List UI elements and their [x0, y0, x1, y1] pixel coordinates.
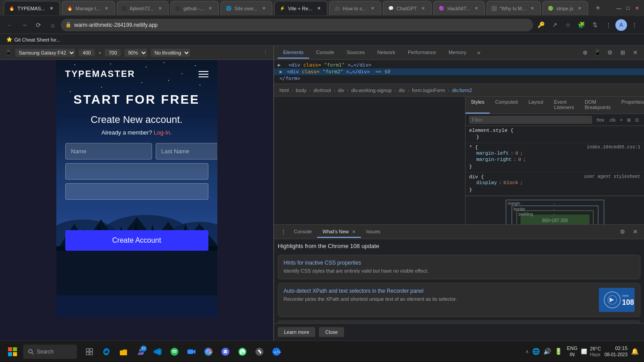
weather-widget[interactable]: 🌫️ 26°C Haze: [581, 345, 601, 358]
breadcrumb-loginform[interactable]: form.loginForm: [410, 87, 447, 94]
phone-icon[interactable]: [252, 345, 267, 359]
new-tab-button[interactable]: +: [592, 2, 604, 14]
tab-manage[interactable]: 🔥 Manage t... ✕: [62, 1, 115, 15]
maximize-button[interactable]: □: [624, 4, 631, 12]
zoom-icon[interactable]: [184, 345, 199, 359]
update-card-2[interactable]: Auto-detect XPath and text selectors in …: [278, 283, 640, 317]
html-line-form-close[interactable]: </form>: [274, 75, 644, 82]
height-input[interactable]: [105, 49, 121, 56]
tab-hacknit[interactable]: 🟣 HackNIT... ✕: [433, 1, 485, 15]
hidden-icons-btn[interactable]: ∧: [525, 349, 529, 354]
style-tab-properties[interactable]: Properties: [616, 97, 644, 114]
bottom-panel-close[interactable]: ✕: [630, 227, 640, 237]
style-tab-styles[interactable]: Styles: [466, 97, 490, 114]
language-indicator[interactable]: ENG IN: [567, 345, 577, 358]
more-menu-icon[interactable]: ⋮: [602, 19, 614, 31]
taskview-icon[interactable]: [82, 345, 97, 359]
more-button[interactable]: ⋮: [628, 19, 640, 31]
tab-close-8[interactable]: ✕: [419, 5, 427, 12]
tab-close-10[interactable]: ✕: [529, 5, 536, 12]
pseudo-shadow-btn[interactable]: ⊡: [633, 117, 640, 123]
profile-avatar[interactable]: A: [615, 19, 627, 31]
whatsapp-icon[interactable]: [235, 345, 250, 359]
devtools-tab-performance[interactable]: Performance: [402, 47, 441, 59]
tab-close-2[interactable]: ✕: [103, 5, 110, 12]
address-bar[interactable]: 🔒 warm-arithmetic-284199.netlify.app: [61, 19, 533, 31]
tab-whyis[interactable]: "Why Is M... ✕: [487, 1, 541, 15]
vscode-icon[interactable]: [150, 345, 165, 359]
minimize-button[interactable]: —: [615, 4, 623, 12]
tab-vite[interactable]: ⚡ Vite + Re... ✕: [274, 1, 327, 15]
edge-icon[interactable]: [99, 345, 114, 359]
zoom-selector[interactable]: 90%: [124, 49, 147, 57]
start-button[interactable]: [5, 345, 20, 359]
devtools-more-tabs[interactable]: »: [474, 47, 484, 58]
teams-icon[interactable]: 52: [133, 345, 148, 359]
bottom-panel-more[interactable]: ⋮: [278, 227, 288, 237]
devtools-inspect-icon[interactable]: ⊕: [580, 47, 590, 58]
notifications-icon[interactable]: 🔔: [631, 348, 639, 355]
network-icon[interactable]: 🌐: [532, 348, 540, 355]
profile-sync-icon[interactable]: ⇅: [589, 19, 601, 31]
devtools-dock-icon[interactable]: ⊞: [617, 47, 628, 58]
dismiss-button[interactable]: Close: [319, 327, 344, 337]
password-input[interactable]: [65, 183, 208, 200]
whatsnew-tab-close[interactable]: ✕: [352, 229, 356, 234]
tab-close-4[interactable]: ✕: [207, 5, 214, 12]
email-input[interactable]: [65, 163, 208, 180]
devtools-tab-network[interactable]: Network: [372, 47, 401, 59]
tab-howto[interactable]: 🎥 How to s... ✕: [329, 1, 381, 15]
bookmark-git[interactable]: ⭐ Git Cheat Sheet for...: [4, 36, 63, 43]
spotify-icon[interactable]: [167, 345, 182, 359]
tab-close-5[interactable]: ✕: [260, 5, 267, 12]
chrome-taskbar-icon[interactable]: [201, 345, 216, 359]
html-line-form2[interactable]: ▶ <div class= "form2" >…</div> == $0: [274, 68, 644, 75]
back-button[interactable]: ←: [4, 19, 16, 31]
update-card-1[interactable]: Hints for inactive CSS properties Identi…: [278, 255, 640, 279]
css-filter-input[interactable]: [469, 116, 592, 124]
hamburger-menu[interactable]: [199, 71, 208, 77]
close-button[interactable]: ✕: [633, 4, 640, 12]
reload-button[interactable]: ⟳: [32, 19, 45, 31]
devtools-tab-elements[interactable]: Elements: [278, 47, 309, 59]
tab-typemaster-1[interactable]: 🔥 TYPEMAS... ✕: [4, 1, 60, 15]
pseudo-cls-btn[interactable]: .cls: [607, 117, 617, 123]
pseudo-more-btn[interactable]: ⊞: [625, 117, 632, 123]
breadcrumb-div-root[interactable]: div#root: [312, 87, 333, 94]
file-explorer-icon[interactable]: [116, 345, 131, 359]
devtools-tab-console[interactable]: Console: [311, 47, 339, 59]
breadcrumb-html[interactable]: html: [278, 87, 291, 94]
width-input[interactable]: [79, 49, 95, 56]
style-tab-dom-breakpoints[interactable]: DOM Breakpoints: [579, 97, 616, 114]
devtools-taskbar-icon[interactable]: </>: [269, 345, 284, 359]
tab-close-3[interactable]: ✕: [157, 5, 164, 12]
tab-github[interactable]: github -... ✕: [170, 1, 219, 15]
bottom-tab-console[interactable]: Console: [288, 226, 317, 238]
tab-chatgpt[interactable]: 💬 ChatGPT ✕: [383, 1, 432, 15]
last-name-input[interactable]: [156, 143, 217, 160]
tab-ajitesh[interactable]: Ajitesh72... ✕: [117, 1, 169, 15]
bookmark-icon[interactable]: ☆: [562, 19, 574, 31]
devtools-tab-sources[interactable]: Sources: [341, 47, 370, 59]
devtools-tab-memory[interactable]: Memory: [443, 47, 472, 59]
first-name-input[interactable]: [65, 143, 152, 160]
style-tab-computed[interactable]: Computed: [490, 97, 523, 114]
bottom-panel-settings[interactable]: ⚙: [617, 227, 628, 237]
taskbar-search[interactable]: Search: [23, 345, 77, 359]
extensions-icon[interactable]: 🧩: [575, 19, 588, 31]
forward-button[interactable]: →: [18, 19, 30, 31]
breadcrumb-working-signup[interactable]: div.working-signup: [350, 87, 394, 94]
breadcrumb-form2[interactable]: div.form2: [450, 87, 474, 94]
device-selector[interactable]: Samsung Galaxy F42: [15, 49, 75, 57]
tab-close-7[interactable]: ✕: [369, 5, 376, 12]
throttle-selector[interactable]: No throttling: [151, 49, 190, 57]
pseudo-hov-btn[interactable]: :hov: [594, 117, 606, 123]
login-link[interactable]: Log-In.: [154, 129, 172, 136]
share-icon[interactable]: ↗: [548, 19, 561, 31]
bottom-tab-whatsnew[interactable]: What's New ✕: [317, 226, 360, 238]
tab-close-9[interactable]: ✕: [473, 5, 480, 12]
bottom-tab-issues[interactable]: Issues: [361, 226, 386, 238]
breadcrumb-div2[interactable]: div: [397, 87, 407, 94]
style-tab-layout[interactable]: Layout: [523, 97, 549, 114]
home-button[interactable]: ⌂: [47, 19, 59, 31]
